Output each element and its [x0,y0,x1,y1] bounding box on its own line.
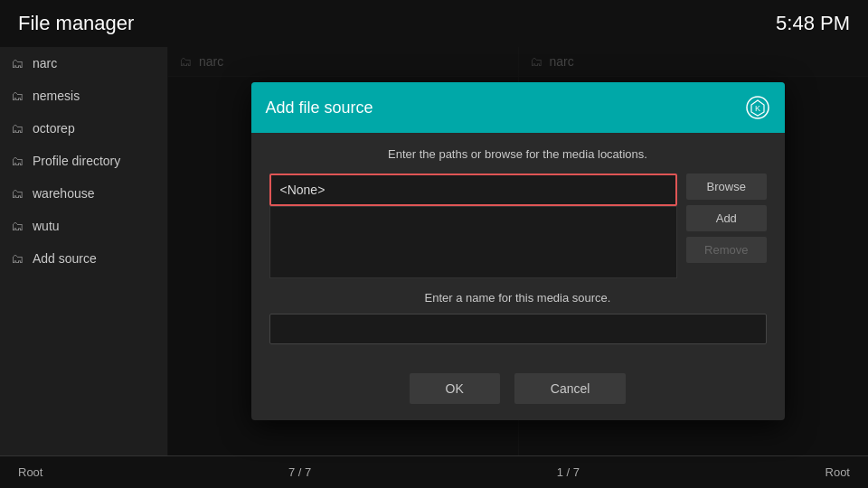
footer-right-count: 1 / 7 [557,465,580,479]
modal-header: Add file source K [251,82,785,133]
kodi-icon: K [746,96,769,119]
right-count: 1 / 7 [557,465,580,479]
modal-close-button[interactable]: K [745,95,770,120]
main-layout: 🗂 narc 🗂 nemesis 🗂 octorep 🗂 Profile dir… [0,47,868,455]
svg-text:K: K [754,104,760,113]
footer-left-label: Root [18,465,42,479]
add-file-source-dialog: Add file source K Enter the paths or bro… [251,82,785,420]
footer-left: Root [18,465,42,479]
sidebar-item-wutu[interactable]: 🗂 wutu [0,210,167,242]
footer-left-count: 7 / 7 [288,465,311,479]
app-title: File manager [18,12,134,35]
folder-icon: 🗂 [11,154,24,168]
sidebar-item-label: octorep [33,121,75,136]
sidebar-item-label: nemesis [33,89,80,103]
footer-right: Root [826,465,850,479]
folder-icon: 🗂 [11,89,24,103]
name-instruction: Enter a name for this media source. [269,291,767,305]
path-value: <None> [280,183,326,197]
sidebar-item-label: Profile directory [33,154,120,168]
modal-footer: OK Cancel [251,359,785,420]
path-left-column: <None> [269,174,678,278]
name-section: Enter a name for this media source. [269,291,767,344]
browse-button[interactable]: Browse [686,174,766,200]
sidebar-item-add-source[interactable]: 🗂 Add source [0,242,167,275]
modal-overlay: Add file source K Enter the paths or bro… [167,47,868,455]
sidebar-item-label: narc [33,56,57,70]
sidebar-item-label: Add source [33,251,97,266]
media-source-name-input[interactable] [269,314,767,344]
left-count: 7 / 7 [288,465,311,479]
panes-area: 🗂 narc 🗂 narc Add file source [167,47,868,455]
sidebar-item-warehouse[interactable]: 🗂 warehouse [0,177,167,210]
footer-right-label: Root [826,465,850,479]
folder-icon: 🗂 [11,219,24,233]
ok-button[interactable]: OK [410,373,500,404]
path-input[interactable]: <None> [269,174,678,206]
folder-icon: 🗂 [11,121,24,136]
folder-icon: 🗂 [11,251,24,266]
current-time: 5:48 PM [776,12,850,35]
sidebar-item-narc[interactable]: 🗂 narc [0,47,167,80]
sidebar: 🗂 narc 🗂 nemesis 🗂 octorep 🗂 Profile dir… [0,47,167,455]
status-bar: Root 7 / 7 1 / 7 Root [0,455,868,488]
modal-path-instruction: Enter the paths or browse for the media … [269,147,767,161]
modal-body: Enter the paths or browse for the media … [251,133,785,359]
cancel-button[interactable]: Cancel [514,373,627,404]
path-list [269,206,678,278]
folder-icon: 🗂 [11,186,24,201]
folder-icon: 🗂 [11,56,24,70]
sidebar-item-nemesis[interactable]: 🗂 nemesis [0,80,167,112]
app-header: File manager 5:48 PM [0,0,868,47]
path-action-buttons: Browse Add Remove [686,174,766,278]
path-inputs-container: <None> Browse Add Remove [269,174,767,278]
modal-title: Add file source [266,99,373,117]
sidebar-item-profile-directory[interactable]: 🗂 Profile directory [0,145,167,177]
remove-button[interactable]: Remove [686,237,766,263]
sidebar-item-label: warehouse [33,186,95,201]
sidebar-item-octorep[interactable]: 🗂 octorep [0,112,167,145]
add-button[interactable]: Add [686,205,766,231]
sidebar-item-label: wutu [33,219,60,233]
